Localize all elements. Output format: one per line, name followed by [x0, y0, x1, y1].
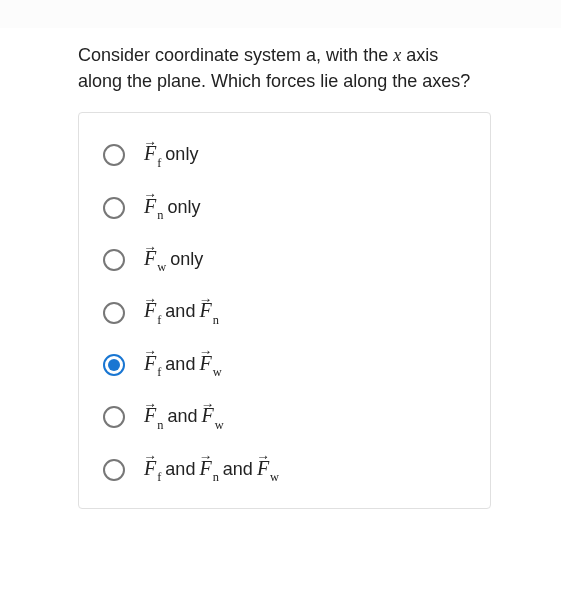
word-only: only	[170, 250, 203, 268]
radio-option-2[interactable]	[103, 197, 125, 219]
option-6[interactable]: →Fn and →Fw	[103, 405, 466, 429]
vector-arrow-icon: →	[143, 241, 155, 255]
force-vector-Fn: →Fn	[198, 458, 219, 482]
option-2[interactable]: →Fn only	[103, 196, 466, 220]
force-vector-Ff: →Ff	[143, 458, 162, 482]
force-vector-Fw: →Fw	[143, 248, 167, 272]
vector-arrow-icon: →	[143, 136, 155, 150]
word-and: and	[165, 302, 195, 320]
force-vector-Fw: →Fw	[198, 353, 222, 377]
vector-arrow-icon: →	[199, 293, 211, 307]
option-label-4: →Ff and →Fn	[143, 300, 220, 324]
option-5[interactable]: →Ff and →Fw	[103, 353, 466, 377]
vector-arrow-icon: →	[143, 398, 155, 412]
radio-option-3[interactable]	[103, 249, 125, 271]
radio-option-6[interactable]	[103, 406, 125, 428]
vector-arrow-icon: →	[143, 450, 155, 464]
vector-arrow-icon: →	[201, 398, 213, 412]
question-text: Consider coordinate system a, with the x…	[78, 42, 483, 94]
force-vector-Ff: →Ff	[143, 143, 162, 167]
option-label-7: →Ff and →Fn and →Fw	[143, 458, 280, 482]
vector-arrow-icon: →	[143, 345, 155, 359]
answer-panel: →Ff only →Fn only →Fw only →Ff and →Fn→F…	[78, 112, 491, 509]
subscript-f: f	[157, 365, 161, 379]
option-label-5: →Ff and →Fw	[143, 353, 223, 377]
vector-arrow-icon: →	[199, 450, 211, 464]
force-vector-Fw: →Fw	[200, 405, 224, 429]
option-label-6: →Fn and →Fw	[143, 405, 225, 429]
vector-arrow-icon: →	[143, 293, 155, 307]
question-prefix: Consider coordinate system a, with the	[78, 45, 393, 65]
subscript-n: n	[213, 313, 219, 327]
radio-option-5[interactable]	[103, 354, 125, 376]
force-vector-Fn: →Fn	[143, 405, 164, 429]
option-label-2: →Fn only	[143, 196, 203, 220]
word-and: and	[165, 355, 195, 373]
subscript-w: w	[213, 365, 222, 379]
word-and: and	[167, 407, 197, 425]
force-vector-Fn: →Fn	[143, 196, 164, 220]
question-x-italic: x	[393, 45, 401, 65]
option-3[interactable]: →Fw only	[103, 248, 466, 272]
subscript-n: n	[213, 470, 219, 484]
top-band	[0, 0, 561, 28]
vector-arrow-icon: →	[143, 188, 155, 202]
question-block: Consider coordinate system a, with the x…	[0, 28, 561, 112]
radio-option-1[interactable]	[103, 144, 125, 166]
vector-arrow-icon: →	[256, 450, 268, 464]
subscript-f: f	[157, 470, 161, 484]
force-vector-Ff: →Ff	[143, 353, 162, 377]
subscript-w: w	[215, 418, 224, 432]
subscript-n: n	[157, 208, 163, 222]
subscript-f: f	[157, 156, 161, 170]
option-1[interactable]: →Ff only	[103, 143, 466, 167]
word-only: only	[165, 145, 198, 163]
word-only: only	[167, 198, 200, 216]
subscript-n: n	[157, 418, 163, 432]
option-4[interactable]: →Ff and →Fn	[103, 300, 466, 324]
force-vector-Fn: →Fn	[198, 300, 219, 324]
word-and: and	[223, 460, 253, 478]
subscript-w: w	[157, 260, 166, 274]
subscript-w: w	[270, 470, 279, 484]
force-vector-Fw: →Fw	[256, 458, 280, 482]
option-label-1: →Ff only	[143, 143, 201, 167]
force-vector-Ff: →Ff	[143, 300, 162, 324]
vector-arrow-icon: →	[199, 345, 211, 359]
option-label-3: →Fw only	[143, 248, 206, 272]
option-7[interactable]: →Ff and →Fn and →Fw	[103, 458, 466, 482]
subscript-f: f	[157, 313, 161, 327]
radio-option-4[interactable]	[103, 302, 125, 324]
radio-option-7[interactable]	[103, 459, 125, 481]
word-and: and	[165, 460, 195, 478]
